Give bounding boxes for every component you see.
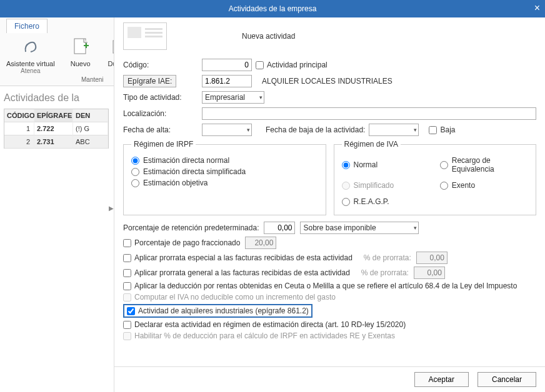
cell-epigrafe: 2.722 [34,122,73,135]
col-epigrafe[interactable]: EPÍGRAFE [34,109,73,122]
iva-recargo-radio[interactable]: Recargo de Equivalencia [440,156,528,174]
epigrafe-input[interactable] [202,75,252,87]
irpf-opt2-label: Estimación directa simplificada [143,167,246,176]
iva-simplificado-radio: Simplificado [342,181,430,190]
cancelar-button[interactable]: Cancelar [478,372,536,387]
prorrata-gen-tail: % de prorrata: [361,268,409,277]
regimen-iva-group: Régimen de IVA Normal Recargo de Equival… [334,140,537,215]
iva-opt2-label: Recargo de Equivalencia [452,156,528,174]
ceuta-melilla-checkbox[interactable]: Aplicar la deducción por rentas obtenida… [123,282,517,290]
cell-epigrafe: 2.731 [34,135,73,149]
prorrata-general-checkbox[interactable]: Aplicar prorrata general a las facturas … [123,268,350,277]
asistente-label: Asistente virtual [6,60,55,67]
retencion-label: Porcentaje de retención predeterminada: [123,223,259,232]
iva-normal-radio[interactable]: Normal [342,156,430,174]
retencion-input[interactable] [264,222,295,234]
activities-table: CÓDIGO EPÍGRAFE DEN 1 2.722 (!) G 2 2.73… [4,109,109,149]
alquileres-checkbox[interactable]: Actividad de alquileres industriales (ep… [127,306,309,315]
cell-codigo: 1 [4,122,34,135]
codigo-label: Código: [123,61,198,69]
regimen-irpf-group: Régimen de IRPF Estimación directa norma… [123,140,326,215]
nuevo-label: Nuevo [66,60,95,67]
iva-exento-radio[interactable]: Exento [440,181,528,190]
baja-label: Baja [440,125,455,134]
irpf-opt1-label: Estimación directa normal [143,156,229,165]
codigo-input[interactable] [202,59,252,71]
asistente-sub: Atenea [6,67,55,74]
iva-opt1-label: Normal [354,160,378,169]
irpf-directa-normal-radio[interactable]: Estimación directa normal [131,156,318,165]
regimen-iva-legend: Régimen de IVA [342,140,401,149]
dialog-titlebar: Actividades de la empresa × [0,0,545,17]
ceuta-label: Aplicar la deducción por rentas obtenida… [134,282,517,290]
ribbon-tab-label: Fichero [14,22,39,31]
iva-no-deduc-label: Computar el IVA no deducible como un inc… [134,293,336,301]
fecha-baja-label: Fecha de baja de la actividad: [266,125,365,134]
epigrafe-desc: ALQUILER LOCALES INDUSTRIALES [262,77,392,86]
fecha-alta-label: Fecha de alta: [123,125,198,134]
iva-opt5-label: R.E.A.G.P. [354,197,389,206]
chevron-right-icon[interactable]: ▶ [109,205,114,212]
table-row[interactable]: 1 2.722 (!) G [4,122,108,135]
pago-fraccionado-input [245,237,276,249]
activities-heading: Actividades de la [4,92,109,104]
dialog-footer: Aceptar Cancelar [114,366,545,392]
declarar-label: Declarar esta actividad en régimen de es… [134,320,406,329]
irpf-directa-simplificada-radio[interactable]: Estimación directa simplificada [131,167,318,176]
preview-thumbnail-icon [123,22,167,50]
localizacion-label: Localización: [123,109,198,118]
prorrata-gen-input [414,267,445,279]
close-icon[interactable]: × [534,2,540,14]
activities-panel: Actividades de la CÓDIGO EPÍGRAFE DEN 1 … [0,86,112,392]
regimen-irpf-legend: Régimen de IRPF [131,140,196,149]
nuevo-button[interactable]: Nuevo [66,36,95,74]
iva-opt4-label: Exento [452,181,475,190]
aceptar-button[interactable]: Aceptar [414,372,469,387]
alquileres-highlight: Actividad de alquileres industriales (ep… [123,304,312,318]
table-row[interactable]: 2 2.731 ABC [4,135,108,149]
prorrata-esp-input [416,252,448,264]
alquileres-label: Actividad de alquileres industriales (ep… [138,306,309,315]
cell-den: (!) G [73,122,108,135]
prorrata-esp-label: Aplicar prorrata especial a las facturas… [134,253,352,262]
iva-reagp-radio[interactable]: R.E.A.G.P. [342,197,430,206]
tipo-select[interactable]: Empresarial [202,91,264,104]
declarar-directa-checkbox[interactable]: Declarar esta actividad en régimen de es… [123,320,406,329]
nueva-actividad-dialog: Nueva actividad Código: Actividad princi… [114,17,545,392]
asistente-virtual-button[interactable]: Asistente virtual Atenea [6,36,55,74]
new-document-icon [70,36,91,57]
iva-opt3-label: Simplificado [354,181,394,190]
retencion-base-value: Sobre base imponible [303,223,376,232]
retencion-base-select[interactable]: Sobre base imponible [300,222,419,234]
cell-codigo: 2 [4,135,34,149]
actividad-principal-label: Actividad principal [267,61,328,69]
ribbon-tab-fichero[interactable]: Fichero [6,19,48,33]
prorrata-gen-label: Aplicar prorrata general a las facturas … [134,268,350,277]
pago-fracc-label: Porcentaje de pago fraccionado [134,238,240,247]
col-codigo[interactable]: CÓDIGO [4,109,34,122]
fecha-alta-input[interactable] [202,124,252,136]
baja-checkbox[interactable]: Baja [429,125,455,134]
assistant-icon [20,36,41,57]
irpf-objetiva-radio[interactable]: Estimación objetiva [131,179,318,187]
irpf-opt3-label: Estimación objetiva [143,179,208,187]
pago-fraccionado-checkbox[interactable]: Porcentaje de pago fraccionado [123,238,240,247]
epigrafe-iae-button[interactable]: Epígrafe IAE: [123,75,176,87]
fecha-baja-input[interactable] [369,124,419,136]
prorrata-esp-tail: % de prorrata: [364,253,411,262]
prorrata-especial-checkbox[interactable]: Aplicar prorrata especial a las facturas… [123,253,352,262]
habilitar-deduccion-checkbox: Habilitar % de deducción para el cálculo… [123,331,395,340]
col-den[interactable]: DEN [73,109,108,122]
actividad-principal-checkbox[interactable]: Actividad principal [256,61,328,69]
modal-title: Nueva actividad [242,32,295,41]
tipo-value: Empresarial [205,93,245,102]
localizacion-input[interactable] [202,107,536,120]
cell-den: ABC [73,135,108,149]
dialog-title: Actividades de la empresa [229,4,317,13]
habilitar-label: Habilitar % de deducción para el cálculo… [134,331,395,340]
ribbon-group-label: Manteni [81,76,104,83]
tipo-label: Tipo de actividad: [123,93,198,102]
iva-no-deducible-checkbox: Computar el IVA no deducible como un inc… [123,293,336,301]
